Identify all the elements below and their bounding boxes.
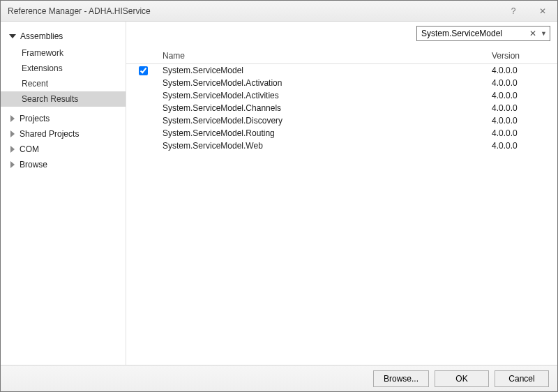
row-version: 4.0.0.0: [492, 128, 557, 138]
search-dropdown-icon[interactable]: ▼: [538, 30, 547, 37]
sidebar-category[interactable]: Shared Projects: [1, 126, 126, 142]
table-row[interactable]: System.ServiceModel.Channels4.0.0.0: [126, 102, 557, 114]
table-row[interactable]: System.ServiceModel4.0.0.0: [126, 64, 557, 77]
sidebar-category-label: Assemblies: [20, 31, 63, 41]
table-row[interactable]: System.ServiceModel.Discovery4.0.0.0: [126, 114, 557, 127]
row-version: 4.0.0.0: [492, 66, 557, 75]
dialog-footer: Browse... OK Cancel: [1, 365, 557, 391]
row-version: 4.0.0.0: [492, 78, 557, 88]
sidebar-item[interactable]: Search Results: [1, 91, 126, 107]
sidebar-category-label: Projects: [20, 114, 50, 123]
help-icon[interactable]: ?: [499, 1, 528, 21]
row-checkbox[interactable]: [139, 66, 148, 75]
sidebar-category[interactable]: Assemblies: [1, 29, 126, 44]
sidebar-item[interactable]: Extensions: [1, 61, 126, 76]
sidebar-category[interactable]: Browse: [1, 157, 126, 172]
row-version: 4.0.0.0: [492, 103, 557, 113]
sidebar: AssembliesFrameworkExtensionsRecentSearc…: [1, 22, 126, 365]
col-check: [126, 51, 160, 61]
row-name: System.ServiceModel.Routing: [160, 128, 492, 138]
row-name: System.ServiceModel.Channels: [160, 103, 492, 113]
sidebar-category-label: Browse: [20, 160, 47, 169]
row-name: System.ServiceModel.Activation: [160, 78, 492, 88]
sidebar-item[interactable]: Recent: [1, 76, 126, 91]
row-version: 4.0.0.0: [492, 91, 557, 100]
sidebar-item[interactable]: Framework: [1, 45, 126, 61]
window-title: Reference Manager - ADHA.HIService: [8, 6, 151, 16]
row-name: System.ServiceModel.Web: [160, 141, 492, 151]
row-version: 4.0.0.0: [492, 141, 557, 151]
sidebar-category[interactable]: COM: [1, 142, 126, 157]
col-name-header[interactable]: Name: [160, 51, 492, 61]
row-name: System.ServiceModel: [160, 66, 492, 75]
results-list: Name Version System.ServiceModel4.0.0.0S…: [126, 48, 557, 365]
table-row[interactable]: System.ServiceModel.Activation4.0.0.0: [126, 77, 557, 89]
window-controls: ? ✕: [499, 1, 557, 21]
table-row[interactable]: System.ServiceModel.Web4.0.0.0: [126, 140, 557, 152]
search-input[interactable]: [421, 29, 527, 38]
clear-search-icon[interactable]: ✕: [527, 29, 538, 38]
sidebar-category-label: COM: [20, 144, 39, 154]
titlebar: Reference Manager - ADHA.HIService ? ✕: [1, 1, 557, 22]
browse-button[interactable]: Browse...: [373, 370, 429, 387]
col-version-header[interactable]: Version: [492, 51, 557, 61]
row-name: System.ServiceModel.Activities: [160, 91, 492, 100]
cancel-button[interactable]: Cancel: [495, 370, 549, 387]
close-icon[interactable]: ✕: [528, 1, 557, 21]
list-header: Name Version: [126, 48, 557, 64]
sidebar-category-label: Shared Projects: [20, 129, 79, 139]
row-name: System.ServiceModel.Discovery: [160, 116, 492, 126]
content: AssembliesFrameworkExtensionsRecentSearc…: [1, 22, 557, 365]
row-version: 4.0.0.0: [492, 116, 557, 126]
table-row[interactable]: System.ServiceModel.Routing4.0.0.0: [126, 127, 557, 140]
sidebar-category[interactable]: Projects: [1, 111, 126, 126]
row-check-cell: [126, 66, 160, 75]
search-box[interactable]: ✕ ▼: [416, 26, 550, 41]
main-panel: ✕ ▼ Name Version System.ServiceModel4.0.…: [126, 22, 557, 365]
table-row[interactable]: System.ServiceModel.Activities4.0.0.0: [126, 89, 557, 102]
rows-container: System.ServiceModel4.0.0.0System.Service…: [126, 64, 557, 365]
ok-button[interactable]: OK: [435, 370, 489, 387]
